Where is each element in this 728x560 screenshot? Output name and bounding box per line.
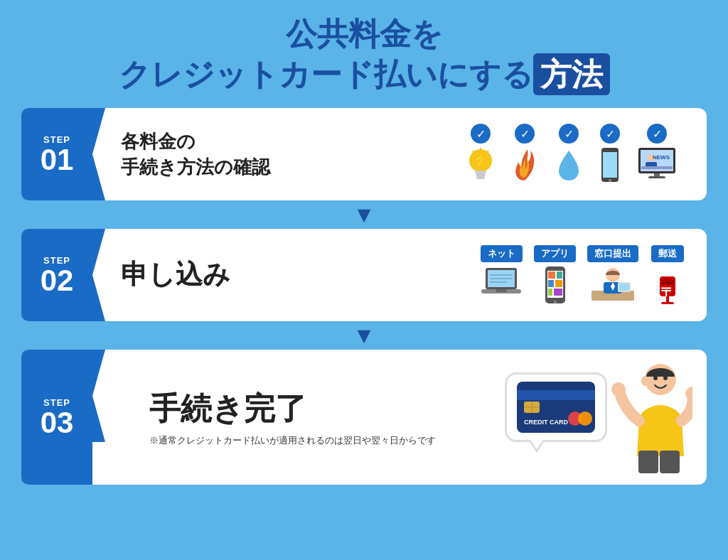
step-03-main: 手続き完了 ※通常クレジットカード払いが適用されるのは翌日や翌々日からです xyxy=(92,350,707,485)
check-electricity: ✓ xyxy=(471,124,491,144)
step-01-number: 01 xyxy=(41,145,74,175)
mailbox-icon: 〒 xyxy=(650,265,685,305)
method-mail-label: 郵送 xyxy=(651,245,684,262)
svg-point-61 xyxy=(653,376,658,380)
svg-rect-32 xyxy=(548,289,552,296)
step-03-row: STEP 03 手続き完了 ※通常クレジットカード払いが適用されるのは翌日や翌々… xyxy=(21,350,707,485)
step-01-badge: STEP 01 xyxy=(21,108,92,200)
method-net: ネット xyxy=(480,245,523,298)
check-tv: ✓ xyxy=(647,124,667,144)
svg-rect-9 xyxy=(603,152,617,178)
title-line1: 公共料金を xyxy=(119,14,610,53)
person-figure xyxy=(607,357,692,478)
electricity-icon-group: ✓ ⚡ xyxy=(465,124,496,185)
method-mail: 郵送 〒 xyxy=(650,245,685,305)
water-icon xyxy=(553,145,584,185)
electricity-icon: ⚡ xyxy=(465,145,496,185)
arrow-1: ▼ xyxy=(21,203,707,226)
svg-text:⚡: ⚡ xyxy=(472,151,490,168)
svg-rect-3 xyxy=(476,176,485,179)
speech-bubble: CREDIT CARD xyxy=(505,372,607,442)
step-01-icons: ✓ ⚡ ✓ xyxy=(465,124,692,185)
step-01-content: 各料金の 手続き方法の確認 ✓ ⚡ xyxy=(92,108,707,200)
svg-point-58 xyxy=(685,387,692,401)
step-01-title: 各料金の 手続き方法の確認 xyxy=(121,129,270,181)
title-line2: クレジットカード払いにする方法 xyxy=(119,53,610,95)
svg-rect-2 xyxy=(476,173,486,176)
svg-rect-15 xyxy=(641,166,673,169)
tv-icon-group: ✓ NEWS xyxy=(636,124,678,181)
svg-rect-59 xyxy=(638,451,658,473)
title-highlight: 方法 xyxy=(533,53,610,95)
svg-rect-48 xyxy=(517,390,595,400)
title-area: 公共料金を クレジットカード払いにする方法 xyxy=(119,14,610,95)
svg-rect-29 xyxy=(557,271,562,279)
phone-icon-group: ✓ xyxy=(597,124,623,185)
step-02-badge: STEP 02 xyxy=(21,229,92,321)
svg-point-56 xyxy=(641,376,648,386)
step-02-number: 02 xyxy=(41,266,74,296)
method-counter-label: 窓口提出 xyxy=(587,245,638,262)
svg-point-54 xyxy=(578,411,592,426)
step-03-title: 手続き完了 xyxy=(149,388,491,430)
method-counter: 窓口提出 xyxy=(587,245,638,305)
steps-container: STEP 01 各料金の 手続き方法の確認 ✓ xyxy=(21,108,707,485)
gas-icon xyxy=(509,145,540,185)
svg-point-62 xyxy=(663,376,668,380)
svg-rect-31 xyxy=(555,280,562,287)
svg-rect-33 xyxy=(554,289,562,296)
svg-rect-28 xyxy=(548,271,555,279)
check-water: ✓ xyxy=(559,124,579,144)
svg-rect-46 xyxy=(661,302,674,304)
step-03-text: 手続き完了 ※通常クレジットカード払いが適用されるのは翌日や翌々日からです xyxy=(121,381,505,454)
water-icon-group: ✓ xyxy=(553,124,584,185)
svg-rect-60 xyxy=(660,451,680,473)
svg-text:NEWS: NEWS xyxy=(653,154,670,161)
step-02-methods: ネット アプリ xyxy=(480,245,692,305)
method-app: アプリ xyxy=(534,245,576,305)
svg-rect-18 xyxy=(648,176,665,178)
step-02-row: STEP 02 申し込み ネット xyxy=(21,229,707,321)
method-net-label: ネット xyxy=(481,245,523,262)
step-02-title: 申し込み xyxy=(121,256,230,294)
svg-rect-30 xyxy=(548,280,554,287)
check-gas: ✓ xyxy=(515,124,535,144)
arrow-2: ▼ xyxy=(21,324,707,347)
svg-rect-43 xyxy=(663,282,673,284)
smartphone-icon xyxy=(542,265,568,305)
title-prefix: クレジットカード払いにする xyxy=(119,57,533,92)
svg-text:CREDIT CARD: CREDIT CARD xyxy=(524,419,568,426)
svg-point-57 xyxy=(611,382,626,397)
laptop-icon xyxy=(480,265,523,298)
counter-icon xyxy=(588,265,638,305)
svg-point-10 xyxy=(609,179,611,182)
step-03-right: CREDIT CARD xyxy=(505,357,700,478)
step-03-badge: STEP 03 xyxy=(21,350,92,485)
check-phone: ✓ xyxy=(600,124,620,144)
step-03-note: ※通常クレジットカード払いが適用されるのは翌日や翌々日からです xyxy=(149,434,491,447)
step-03-number: 03 xyxy=(41,408,74,438)
gas-icon-group: ✓ xyxy=(509,124,540,185)
svg-rect-40 xyxy=(619,284,629,291)
credit-card-bubble-container: CREDIT CARD xyxy=(505,372,600,463)
svg-point-34 xyxy=(554,301,557,303)
step-01-row: STEP 01 各料金の 手続き方法の確認 ✓ xyxy=(21,108,707,200)
method-app-label: アプリ xyxy=(534,245,576,262)
svg-rect-25 xyxy=(496,289,507,292)
credit-card-svg: CREDIT CARD xyxy=(517,382,595,433)
svg-rect-1 xyxy=(475,171,486,173)
phone-icon xyxy=(597,145,623,185)
step-02-content: 申し込み ネット xyxy=(92,229,707,321)
tv-icon: NEWS xyxy=(636,145,678,181)
